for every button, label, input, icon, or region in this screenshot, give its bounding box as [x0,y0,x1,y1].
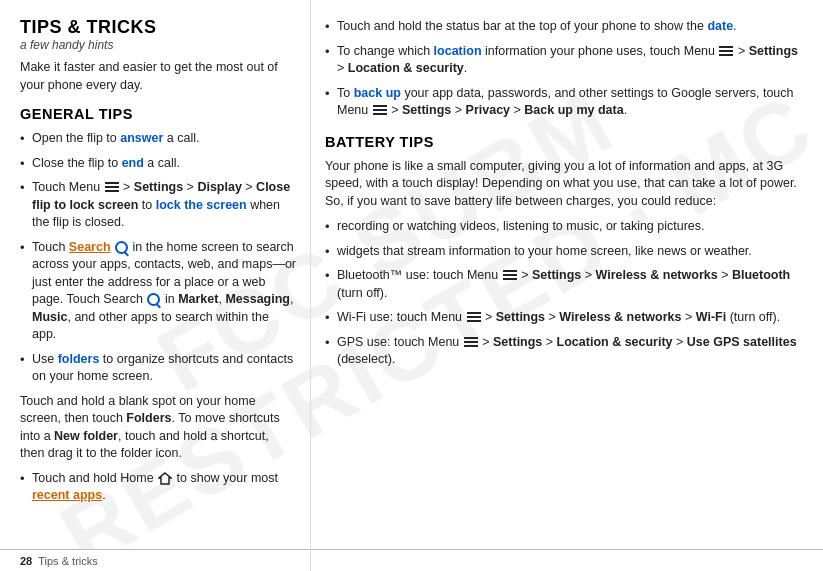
list-item: GPS use: touch Menu > Settings > Locatio… [325,334,805,369]
list-item: Bluetooth™ use: touch Menu > Settings > … [325,267,805,302]
right-column: Touch and hold the status bar at the top… [310,0,823,571]
location-highlight: location [434,44,482,58]
list-item: widgets that stream information to your … [325,243,805,261]
list-item: Touch and hold Home to show your most re… [20,470,296,505]
date-highlight: date [707,19,733,33]
menu-icon-4 [503,270,517,281]
end-highlight: end [122,156,144,170]
menu-icon-6 [464,337,478,348]
search-icon [115,241,128,254]
right-tips-top: Touch and hold the status bar at the top… [325,18,805,120]
search-highlight: Search [69,240,111,254]
battery-title: BATTERY TIPS [325,134,805,150]
list-item: Use folders to organize shortcuts and co… [20,351,296,386]
list-item: Touch and hold the status bar at the top… [325,18,805,36]
answer-highlight: answer [120,131,163,145]
battery-section: BATTERY TIPS Your phone is like a small … [325,134,805,369]
list-item: Open the flip to answer a call. [20,130,296,148]
recent-apps-highlight: recent apps [32,488,102,502]
subtitle: a few handy hints [20,38,296,52]
list-item: Close the flip to end a call. [20,155,296,173]
list-item: recording or watching videos, listening … [325,218,805,236]
recent-apps-list: Touch and hold Home to show your most re… [20,470,296,505]
list-item: Touch Search in the home screen to searc… [20,239,296,344]
list-item: Touch Menu > Settings > Display > Close … [20,179,296,232]
lock-screen-highlight: lock the screen [156,198,247,212]
list-item: To change which location information you… [325,43,805,78]
home-icon [158,472,172,485]
general-tips-title: GENERAL TIPS [20,106,296,122]
left-column: TIPS & TRICKS a few handy hints Make it … [0,0,310,571]
svg-marker-0 [159,473,171,484]
folders-detail: Touch and hold a blank spot on your home… [20,393,296,463]
menu-icon-2 [719,46,733,57]
list-item: Wi-Fi use: touch Menu > Settings > Wirel… [325,309,805,327]
list-item: To back up your app data, passwords, and… [325,85,805,120]
search-icon-2 [147,293,160,306]
intro-text: Make it faster and easier to get the mos… [20,58,296,94]
folders-highlight: folders [58,352,100,366]
menu-icon [105,182,119,193]
menu-icon-5 [467,312,481,323]
page-container: TIPS & TRICKS a few handy hints Make it … [0,0,823,571]
battery-intro: Your phone is like a small computer, giv… [325,158,805,211]
general-tips-list: Open the flip to answer a call. Close th… [20,130,296,386]
main-title: TIPS & TRICKS [20,18,296,38]
menu-icon-3 [373,105,387,116]
battery-tips-list: recording or watching videos, listening … [325,218,805,369]
backup-highlight: back up [354,86,401,100]
